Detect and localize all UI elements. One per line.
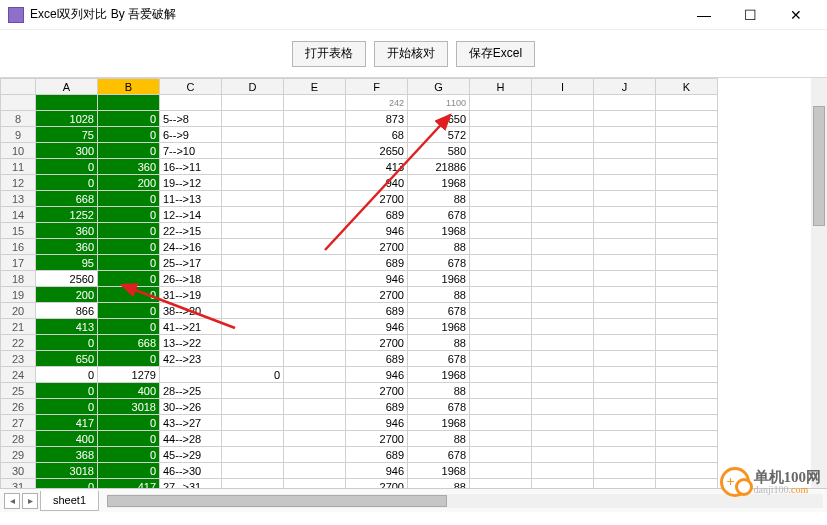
cell[interactable] [284,351,346,367]
row-header[interactable]: 12 [1,175,36,191]
maximize-button[interactable]: ☐ [727,0,773,30]
cell[interactable] [594,319,656,335]
spreadsheet-grid[interactable]: ABCDEFGHIJK24211008102805-->887365097506… [0,78,827,488]
cell[interactable] [284,271,346,287]
cell[interactable]: 2650 [346,143,408,159]
cell[interactable] [222,383,284,399]
cell[interactable]: 360 [36,239,98,255]
cell[interactable]: 26-->18 [160,271,222,287]
cell[interactable] [594,191,656,207]
column-header-E[interactable]: E [284,79,346,95]
cell[interactable] [594,479,656,489]
cell[interactable]: 400 [98,383,160,399]
cell[interactable]: 95 [36,255,98,271]
cell[interactable]: 1252 [36,207,98,223]
cell[interactable] [532,191,594,207]
cell[interactable] [532,431,594,447]
cell[interactable]: 946 [346,367,408,383]
cell[interactable] [532,383,594,399]
cell[interactable]: 689 [346,255,408,271]
column-header-H[interactable]: H [470,79,532,95]
cell[interactable] [222,303,284,319]
cell[interactable]: 689 [346,207,408,223]
cell[interactable]: 0 [36,159,98,175]
cell[interactable] [532,255,594,271]
cell[interactable] [656,415,718,431]
cell[interactable] [594,335,656,351]
cell[interactable]: 11-->13 [160,191,222,207]
cell[interactable]: 946 [346,271,408,287]
cell[interactable]: 42-->23 [160,351,222,367]
row-header[interactable]: 28 [1,431,36,447]
cell[interactable]: 1968 [408,271,470,287]
cell[interactable]: 31-->19 [160,287,222,303]
cell[interactable] [656,207,718,223]
column-header-I[interactable]: I [532,79,594,95]
cell[interactable] [656,383,718,399]
cell[interactable] [222,143,284,159]
cell[interactable]: 3018 [36,463,98,479]
cell[interactable] [594,383,656,399]
cell[interactable]: 1968 [408,463,470,479]
cell[interactable] [656,191,718,207]
cell[interactable] [532,447,594,463]
cell[interactable] [594,447,656,463]
cell[interactable]: 28-->25 [160,383,222,399]
cell[interactable]: 1279 [98,367,160,383]
cell[interactable]: 0 [36,399,98,415]
cell[interactable]: 678 [408,447,470,463]
cell[interactable]: 0 [98,351,160,367]
cell[interactable]: 12-->14 [160,207,222,223]
cell[interactable] [594,271,656,287]
cell[interactable] [532,207,594,223]
cell[interactable] [656,351,718,367]
cell[interactable] [656,255,718,271]
cell[interactable] [470,239,532,255]
cell[interactable]: 0 [222,367,284,383]
row-header[interactable]: 19 [1,287,36,303]
cell[interactable] [470,191,532,207]
cell[interactable]: 0 [36,335,98,351]
cell[interactable]: 88 [408,239,470,255]
cell[interactable] [532,479,594,489]
tab-nav-first[interactable]: ◂ [4,493,20,509]
cell[interactable] [532,271,594,287]
cell[interactable]: 22-->15 [160,223,222,239]
cell[interactable]: 25-->17 [160,255,222,271]
cell[interactable] [532,159,594,175]
cell[interactable]: 689 [346,447,408,463]
cell[interactable]: 13-->22 [160,335,222,351]
cell[interactable] [656,399,718,415]
cell[interactable] [532,175,594,191]
cell[interactable] [594,127,656,143]
cell[interactable] [470,207,532,223]
cell[interactable] [222,223,284,239]
cell[interactable] [222,159,284,175]
cell[interactable]: 946 [346,223,408,239]
cell[interactable] [222,335,284,351]
cell[interactable]: 668 [36,191,98,207]
cell[interactable]: 360 [98,159,160,175]
cell[interactable] [222,479,284,489]
cell[interactable] [594,351,656,367]
cell[interactable] [222,239,284,255]
cell[interactable]: 678 [408,399,470,415]
cell[interactable]: 0 [98,191,160,207]
cell[interactable] [222,271,284,287]
cell[interactable] [470,447,532,463]
cell[interactable] [470,335,532,351]
cell[interactable] [284,383,346,399]
cell[interactable]: 946 [346,319,408,335]
cell[interactable] [284,479,346,489]
cell[interactable] [656,159,718,175]
cell[interactable] [532,303,594,319]
cell[interactable] [594,175,656,191]
cell[interactable]: 1968 [408,415,470,431]
cell[interactable] [594,399,656,415]
row-header[interactable]: 9 [1,127,36,143]
cell[interactable] [284,303,346,319]
cell[interactable] [594,463,656,479]
cell[interactable] [656,319,718,335]
cell[interactable]: 946 [346,415,408,431]
cell[interactable] [532,319,594,335]
